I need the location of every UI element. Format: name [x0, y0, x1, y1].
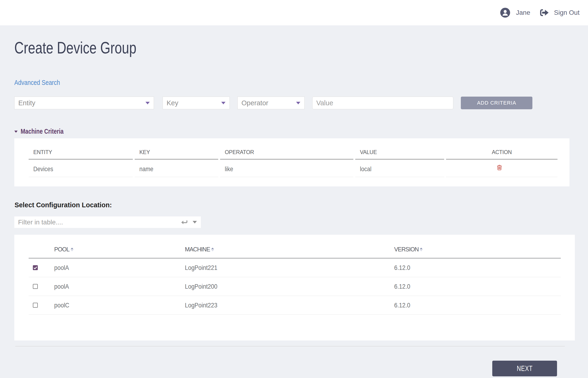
- criteria-cell-entity-text: Devices: [33, 165, 53, 173]
- machine-criteria-table: ENTITY KEY OPERATOR VALUE ACTION Devices…: [29, 138, 558, 177]
- machine-header-label: MACHINE: [185, 246, 210, 253]
- version-cell-text: 6.12.0: [394, 302, 410, 309]
- next-button-label: NEXT: [517, 364, 533, 373]
- advanced-search-link[interactable]: Advanced Search: [14, 79, 60, 87]
- column-header-checkbox: [29, 235, 50, 258]
- top-bar: Jane Sign Out: [0, 0, 588, 25]
- filter-box: [14, 216, 201, 228]
- entity-select[interactable]: Entity: [14, 97, 154, 109]
- entity-select-value: Entity: [18, 99, 35, 107]
- sign-out-icon: [540, 9, 549, 16]
- filter-input[interactable]: [14, 216, 201, 228]
- configuration-table: POOL MACHINE VERSION poolA LogPoint221 6…: [29, 235, 561, 315]
- configuration-table-card: POOL MACHINE VERSION poolA LogPoint221 6…: [14, 235, 575, 340]
- criteria-cell-value-text: local: [360, 165, 371, 173]
- pool-cell-text: poolA: [54, 283, 69, 290]
- row-checkbox-checked[interactable]: [33, 265, 38, 270]
- sort-icon: [420, 248, 423, 251]
- row-checkbox-cell: [29, 258, 50, 277]
- criteria-cell-entity: Devices: [29, 160, 133, 177]
- column-header-key: KEY: [135, 138, 218, 160]
- filter-dropdown-icon[interactable]: [193, 221, 197, 223]
- page-title: Create Device Group: [14, 38, 136, 57]
- chevron-down-icon: [296, 102, 300, 104]
- machine-criteria-card: ENTITY KEY OPERATOR VALUE ACTION Devices…: [14, 138, 570, 186]
- column-header-entity: ENTITY: [29, 138, 133, 160]
- machine-cell: LogPoint221: [181, 258, 390, 277]
- version-cell: 6.12.0: [390, 296, 561, 315]
- value-input[interactable]: [312, 97, 453, 109]
- key-select[interactable]: Key: [163, 97, 230, 109]
- machine-cell-text: LogPoint200: [185, 283, 217, 290]
- criteria-cell-key-text: name: [139, 165, 154, 173]
- pool-cell-text: poolA: [54, 264, 69, 271]
- user-name: Jane: [516, 9, 530, 16]
- sign-out-button[interactable]: Sign Out: [540, 0, 580, 25]
- pool-cell: poolA: [50, 277, 181, 296]
- next-button[interactable]: NEXT: [492, 361, 557, 376]
- machine-cell-text: LogPoint221: [185, 264, 217, 271]
- column-header-version[interactable]: VERSION: [390, 235, 561, 258]
- pool-cell: poolA: [50, 258, 181, 277]
- criteria-cell-action: [446, 160, 558, 177]
- column-header-key-label: KEY: [139, 149, 150, 155]
- column-header-action-label: ACTION: [492, 149, 512, 155]
- version-cell-text: 6.12.0: [394, 283, 410, 290]
- criteria-cell-value: local: [355, 160, 444, 177]
- column-header-operator-label: OPERATOR: [225, 149, 254, 155]
- column-header-value: VALUE: [355, 138, 444, 160]
- delete-criteria-button[interactable]: [497, 165, 502, 170]
- operator-select[interactable]: Operator: [238, 97, 305, 109]
- column-header-action: ACTION: [446, 138, 558, 160]
- machine-criteria-toggle[interactable]: Machine Criteria: [14, 127, 74, 135]
- machine-cell: LogPoint200: [181, 277, 390, 296]
- column-header-pool[interactable]: POOL: [50, 235, 181, 258]
- version-cell-text: 6.12.0: [394, 264, 410, 271]
- check-icon: [34, 266, 37, 269]
- machine-cell-text: LogPoint223: [185, 302, 217, 309]
- caret-down-icon: [14, 131, 18, 133]
- row-checkbox[interactable]: [33, 303, 38, 308]
- operator-select-value: Operator: [241, 99, 268, 107]
- footer-divider: [15, 346, 565, 346]
- pool-header-label: POOL: [54, 246, 70, 253]
- machine-criteria-label: Machine Criteria: [21, 128, 64, 135]
- add-criteria-button[interactable]: ADD CRITERIA: [461, 97, 532, 109]
- column-header-machine[interactable]: MACHINE: [181, 235, 390, 258]
- row-checkbox-cell: [29, 277, 50, 296]
- user-avatar-icon: [500, 8, 510, 18]
- column-header-operator: OPERATOR: [220, 138, 353, 160]
- enter-arrow-icon: [181, 220, 187, 224]
- criteria-cell-key: name: [135, 160, 218, 177]
- sort-icon: [211, 248, 214, 251]
- version-cell: 6.12.0: [390, 258, 561, 277]
- key-select-value: Key: [167, 99, 178, 107]
- trash-icon: [497, 165, 502, 170]
- criteria-cell-operator: like: [220, 160, 353, 177]
- user-menu[interactable]: Jane: [500, 0, 530, 25]
- version-cell: 6.12.0: [390, 277, 561, 296]
- criteria-cell-operator-text: like: [225, 165, 233, 173]
- version-header-label: VERSION: [394, 246, 419, 253]
- criteria-form: Entity Key Operator ADD CRITERIA: [0, 97, 588, 109]
- configuration-heading: Select Configuration Location:: [14, 201, 112, 209]
- row-checkbox[interactable]: [33, 284, 38, 289]
- column-header-value-label: VALUE: [360, 149, 377, 155]
- sort-icon: [71, 248, 73, 251]
- chevron-down-icon: [221, 102, 225, 104]
- row-checkbox-cell: [29, 296, 50, 315]
- pool-cell-text: poolC: [54, 302, 69, 309]
- chevron-down-icon: [145, 102, 150, 104]
- sign-out-label: Sign Out: [554, 9, 580, 16]
- column-header-entity-label: ENTITY: [33, 149, 52, 155]
- machine-cell: LogPoint223: [181, 296, 390, 315]
- pool-cell: poolC: [50, 296, 181, 315]
